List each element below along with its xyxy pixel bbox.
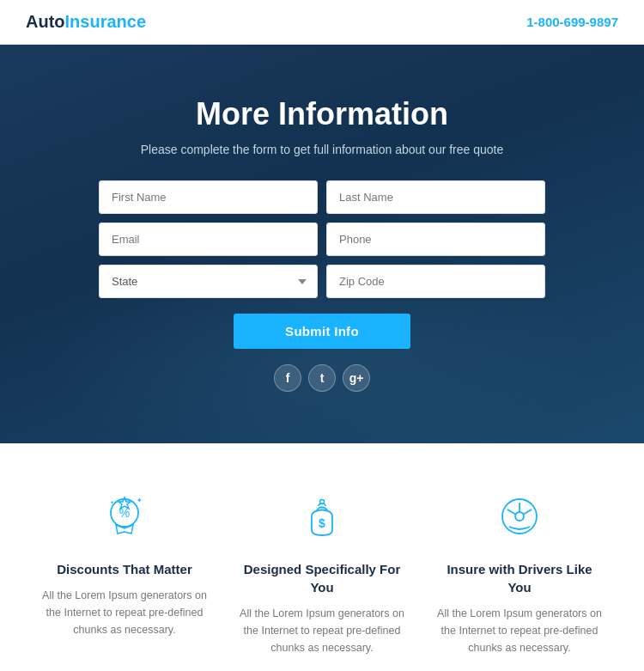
logo-insurance: Insurance bbox=[65, 12, 146, 31]
logo: AutoInsurance bbox=[26, 12, 146, 32]
info-form: State Alabama Alaska Arizona California … bbox=[99, 180, 545, 298]
zip-code-input[interactable] bbox=[326, 265, 545, 298]
feature-drivers: Insure with Drivers Like You All the Lor… bbox=[434, 486, 605, 656]
feature-discounts-title: Discounts That Matter bbox=[39, 560, 210, 578]
submit-button[interactable]: Submit Info bbox=[234, 314, 410, 349]
discount-badge-icon: % ✦ ✦ bbox=[94, 486, 155, 546]
hero-section: More Information Please complete the for… bbox=[0, 45, 644, 443]
last-name-input[interactable] bbox=[326, 180, 545, 214]
google-plus-icon[interactable]: g+ bbox=[343, 364, 370, 392]
steering-wheel-icon bbox=[489, 486, 550, 546]
svg-point-4 bbox=[320, 500, 325, 504]
logo-auto: Auto bbox=[26, 12, 65, 31]
hero-subtitle: Please complete the form to get full inf… bbox=[17, 143, 627, 156]
first-name-input[interactable] bbox=[99, 180, 318, 214]
phone-input[interactable] bbox=[326, 223, 545, 256]
feature-discounts-text: All the Lorem Ipsum generators on the In… bbox=[39, 587, 210, 638]
svg-text:$: $ bbox=[319, 516, 325, 530]
feature-drivers-title: Insure with Drivers Like You bbox=[434, 560, 605, 596]
hero-content: More Information Please complete the for… bbox=[17, 96, 627, 400]
email-input[interactable] bbox=[99, 223, 318, 256]
svg-line-10 bbox=[524, 509, 532, 515]
features-section: % ✦ ✦ Discounts That Matter All the Lore… bbox=[0, 443, 644, 671]
feature-designed-text: All the Lorem Ipsum generators on the In… bbox=[236, 605, 408, 656]
feature-designed: $ Designed Specifically For You All the … bbox=[236, 486, 408, 656]
state-select[interactable]: State Alabama Alaska Arizona California … bbox=[99, 265, 318, 298]
svg-line-9 bbox=[507, 509, 516, 515]
facebook-icon[interactable]: f bbox=[274, 364, 301, 392]
site-header: AutoInsurance 1-800-699-9897 bbox=[0, 0, 644, 45]
money-bag-icon: $ bbox=[292, 486, 352, 546]
feature-designed-title: Designed Specifically For You bbox=[236, 560, 408, 596]
hero-title: More Information bbox=[17, 96, 627, 132]
svg-text:✦: ✦ bbox=[137, 497, 143, 504]
feature-drivers-text: All the Lorem Ipsum generators on the In… bbox=[434, 605, 605, 656]
svg-text:✦: ✦ bbox=[110, 500, 114, 505]
twitter-icon[interactable]: t bbox=[308, 364, 336, 392]
social-links: f t g+ bbox=[17, 364, 627, 400]
feature-discounts: % ✦ ✦ Discounts That Matter All the Lore… bbox=[39, 486, 210, 656]
svg-point-7 bbox=[515, 512, 524, 521]
phone-number[interactable]: 1-800-699-9897 bbox=[526, 15, 618, 29]
